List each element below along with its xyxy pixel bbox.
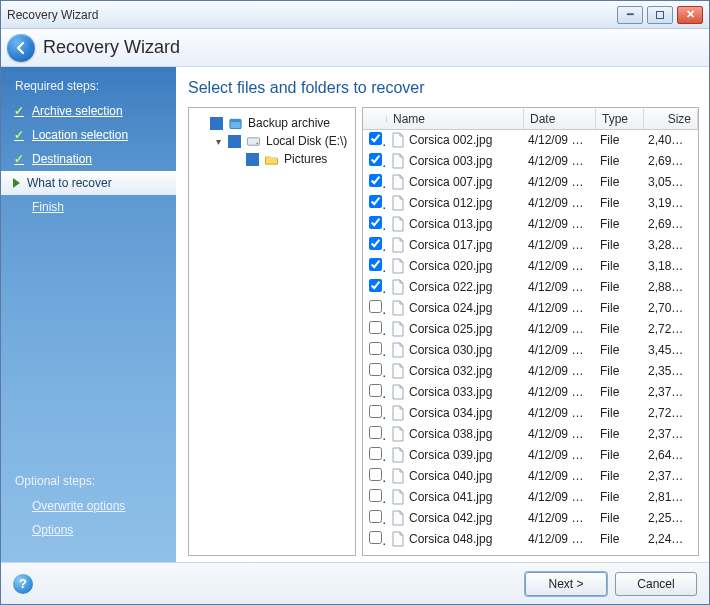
file-name: Corsica 048.jpg — [409, 532, 498, 546]
sidebar-step-label: Archive selection — [32, 104, 123, 118]
file-row[interactable]: Corsica 030.jpg4/12/09 7:...File3,452 ..… — [363, 340, 698, 361]
tree-node[interactable]: Backup archive — [193, 114, 351, 132]
file-row[interactable]: Corsica 040.jpg4/12/09 7:...File2,372 ..… — [363, 466, 698, 487]
column-name[interactable]: Name — [387, 109, 524, 129]
tree-checkbox[interactable] — [246, 153, 259, 166]
file-checkbox[interactable] — [369, 363, 382, 376]
minimize-button[interactable]: ━ — [617, 6, 643, 24]
file-checkbox[interactable] — [369, 132, 382, 145]
file-row[interactable]: Corsica 039.jpg4/12/09 7:...File2,644 ..… — [363, 445, 698, 466]
column-size[interactable]: Size — [644, 109, 698, 129]
sidebar-step-archive-selection[interactable]: ✓Archive selection — [1, 99, 176, 123]
file-checkbox[interactable] — [369, 447, 382, 460]
file-checkbox[interactable] — [369, 342, 382, 355]
tree-checkbox[interactable] — [228, 135, 241, 148]
tree-expander-icon[interactable]: ▾ — [213, 136, 223, 147]
file-checkbox[interactable] — [369, 237, 382, 250]
file-checkbox[interactable] — [369, 405, 382, 418]
file-date: 4/12/09 7:... — [522, 259, 594, 273]
file-checkbox[interactable] — [369, 510, 382, 523]
next-button[interactable]: Next > — [525, 572, 607, 596]
file-date: 4/12/09 7:... — [522, 154, 594, 168]
archive-icon — [228, 117, 243, 130]
file-checkbox[interactable] — [369, 426, 382, 439]
file-row[interactable]: Corsica 042.jpg4/12/09 7:...File2,256 ..… — [363, 508, 698, 529]
column-date[interactable]: Date — [524, 109, 596, 129]
file-name: Corsica 002.jpg — [409, 133, 498, 147]
tree-node[interactable]: ▾Local Disk (E:\) — [193, 132, 351, 150]
file-row[interactable]: Corsica 012.jpg4/12/09 7:...File3,196 ..… — [363, 193, 698, 214]
file-row[interactable]: Corsica 024.jpg4/12/09 7:...File2,704 ..… — [363, 298, 698, 319]
file-row[interactable]: Corsica 034.jpg4/12/09 7:...File2,724 ..… — [363, 403, 698, 424]
file-row[interactable]: Corsica 041.jpg4/12/09 7:...File2,812 ..… — [363, 487, 698, 508]
file-icon — [391, 363, 405, 379]
column-check[interactable] — [363, 116, 387, 122]
file-row[interactable]: Corsica 032.jpg4/12/09 7:...File2,352 ..… — [363, 361, 698, 382]
cancel-button[interactable]: Cancel — [615, 572, 697, 596]
tree-node-label: Backup archive — [248, 116, 330, 130]
file-list-body[interactable]: Corsica 002.jpg4/12/09 7:...File2,404 ..… — [363, 130, 698, 555]
file-row[interactable]: Corsica 048.jpg4/12/09 7:...File2,248 ..… — [363, 529, 698, 550]
file-name: Corsica 003.jpg — [409, 154, 498, 168]
maximize-icon — [656, 11, 664, 19]
file-row[interactable]: Corsica 003.jpg4/12/09 7:...File2,692 ..… — [363, 151, 698, 172]
sidebar-optional-overwrite-options[interactable]: Overwrite options — [1, 494, 176, 518]
file-row[interactable]: Corsica 017.jpg4/12/09 7:...File3,280 ..… — [363, 235, 698, 256]
file-date: 4/12/09 7:... — [522, 469, 594, 483]
file-date: 4/12/09 7:... — [522, 238, 594, 252]
file-date: 4/12/09 7:... — [522, 490, 594, 504]
file-row[interactable]: Corsica 002.jpg4/12/09 7:...File2,404 ..… — [363, 130, 698, 151]
folder-tree[interactable]: Backup archive▾Local Disk (E:\)Pictures — [188, 107, 356, 556]
file-date: 4/12/09 7:... — [522, 343, 594, 357]
file-type: File — [594, 490, 642, 504]
sidebar-optional-heading: Optional steps: — [1, 470, 176, 494]
close-button[interactable]: ✕ — [677, 6, 703, 24]
column-type[interactable]: Type — [596, 109, 644, 129]
file-checkbox[interactable] — [369, 300, 382, 313]
file-checkbox[interactable] — [369, 153, 382, 166]
file-checkbox[interactable] — [369, 279, 382, 292]
file-name: Corsica 034.jpg — [409, 406, 498, 420]
file-size: 3,196 ... — [642, 196, 696, 210]
file-date: 4/12/09 7:... — [522, 385, 594, 399]
file-size: 2,888 ... — [642, 280, 696, 294]
file-row[interactable]: Corsica 020.jpg4/12/09 7:...File3,188 ..… — [363, 256, 698, 277]
file-type: File — [594, 532, 642, 546]
back-button[interactable] — [7, 34, 35, 62]
file-name: Corsica 007.jpg — [409, 175, 498, 189]
maximize-button[interactable] — [647, 6, 673, 24]
file-date: 4/12/09 7:... — [522, 322, 594, 336]
file-type: File — [594, 301, 642, 315]
file-checkbox[interactable] — [369, 258, 382, 271]
check-icon: ✓ — [13, 128, 25, 142]
file-size: 3,052 ... — [642, 175, 696, 189]
file-name: Corsica 030.jpg — [409, 343, 498, 357]
file-row[interactable]: Corsica 013.jpg4/12/09 7:...File2,692 ..… — [363, 214, 698, 235]
tree-checkbox[interactable] — [210, 117, 223, 130]
file-checkbox[interactable] — [369, 321, 382, 334]
sidebar-step-location-selection[interactable]: ✓Location selection — [1, 123, 176, 147]
file-row[interactable]: Corsica 033.jpg4/12/09 7:...File2,376 ..… — [363, 382, 698, 403]
file-row[interactable]: Corsica 007.jpg4/12/09 7:...File3,052 ..… — [363, 172, 698, 193]
sidebar-step-destination[interactable]: ✓Destination — [1, 147, 176, 171]
help-button[interactable]: ? — [13, 574, 33, 594]
file-row[interactable]: Corsica 025.jpg4/12/09 7:...File2,720 ..… — [363, 319, 698, 340]
file-checkbox[interactable] — [369, 531, 382, 544]
file-type: File — [594, 217, 642, 231]
sidebar-step-label: Finish — [32, 200, 64, 214]
file-checkbox[interactable] — [369, 489, 382, 502]
tree-node[interactable]: Pictures — [193, 150, 351, 168]
file-name: Corsica 032.jpg — [409, 364, 498, 378]
file-size: 2,256 ... — [642, 511, 696, 525]
sidebar-step-finish[interactable]: ✓Finish — [1, 195, 176, 219]
file-checkbox[interactable] — [369, 216, 382, 229]
file-checkbox[interactable] — [369, 468, 382, 481]
file-type: File — [594, 280, 642, 294]
sidebar-optional-options[interactable]: Options — [1, 518, 176, 542]
file-checkbox[interactable] — [369, 174, 382, 187]
file-checkbox[interactable] — [369, 195, 382, 208]
file-checkbox[interactable] — [369, 384, 382, 397]
file-row[interactable]: Corsica 038.jpg4/12/09 7:...File2,376 ..… — [363, 424, 698, 445]
arrow-left-icon — [14, 41, 28, 55]
file-row[interactable]: Corsica 022.jpg4/12/09 7:...File2,888 ..… — [363, 277, 698, 298]
